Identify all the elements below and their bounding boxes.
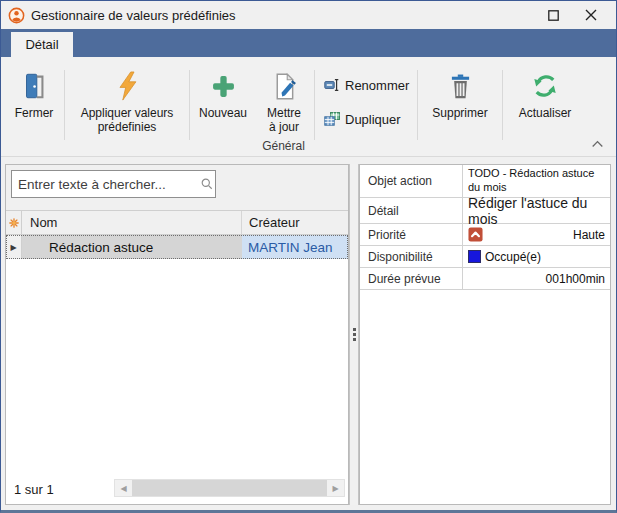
user-circle-icon: [8, 7, 25, 24]
door-icon: [19, 69, 49, 103]
search-input[interactable]: [12, 177, 195, 192]
ribbon: Fermer Appliquer valeurs prédefinies: [1, 57, 616, 157]
property-value-duree-prevue[interactable]: 001h00min: [463, 268, 610, 289]
panel-splitter[interactable]: [349, 164, 359, 505]
tab-detail[interactable]: Détail: [11, 32, 73, 57]
table-row[interactable]: ▶ Rédaction astuce MARTIN Jean: [6, 235, 348, 259]
supprimer-label: Supprimer: [432, 106, 487, 120]
ribbon-separator: [417, 70, 418, 140]
mettre-a-jour-label: Mettre à jour: [263, 106, 305, 135]
ribbon-tab-bar: Détail: [1, 29, 616, 57]
property-row-detail: Détail Rédiger l'astuce du mois: [360, 198, 610, 224]
trash-icon: [446, 69, 475, 103]
ribbon-group-general: Fermer Appliquer valeurs prédefinies: [1, 57, 616, 143]
ribbon-group-caption: Général: [1, 139, 566, 153]
property-panel: Objet action TODO - Rédaction astuce du …: [359, 164, 611, 505]
property-label: Priorité: [360, 224, 463, 245]
ribbon-separator: [189, 70, 190, 140]
dupliquer-button[interactable]: Dupliquer: [324, 109, 416, 129]
rename-duplicate-stack: Renommer Dupliquer: [316, 59, 416, 143]
property-label: Détail: [360, 198, 463, 223]
row-indicator: ▶: [6, 235, 22, 259]
plus-icon: [209, 69, 238, 103]
ribbon-separator: [502, 70, 503, 140]
ribbon-separator: [314, 70, 315, 140]
scroll-right-icon: ▶: [332, 484, 338, 493]
property-value-priorite[interactable]: Haute: [463, 224, 610, 245]
edit-document-icon: [270, 69, 299, 103]
property-label: Durée prévue: [360, 268, 463, 289]
property-label: Disponibilité: [360, 246, 463, 267]
grid-header-row: Nom Créateur: [6, 210, 348, 235]
refresh-icon: [530, 69, 560, 103]
record-count: 1 sur 1: [14, 482, 54, 497]
mettre-a-jour-button[interactable]: Mettre à jour: [255, 59, 313, 143]
actualiser-label: Actualiser: [519, 106, 572, 120]
column-header-nom-label: Nom: [30, 215, 57, 230]
property-value-disponibilite[interactable]: Occupé(e): [463, 246, 610, 267]
close-button[interactable]: [572, 1, 610, 29]
rename-icon: [324, 77, 340, 93]
property-value-detail[interactable]: Rédiger l'astuce du mois: [463, 198, 610, 223]
lightning-icon: [112, 69, 142, 103]
cell-createur[interactable]: MARTIN Jean: [242, 235, 348, 259]
find-panel: [6, 165, 348, 210]
supprimer-button[interactable]: Supprimer: [419, 59, 501, 143]
chevron-up-icon: [591, 140, 604, 148]
row-arrow-icon: ▶: [10, 243, 16, 252]
magnifier-icon[interactable]: [195, 177, 219, 191]
appliquer-valeurs-label: Appliquer valeurs prédefinies: [66, 106, 188, 135]
maximize-button[interactable]: [534, 1, 572, 29]
duplicate-icon: [324, 111, 340, 127]
column-header-createur-label: Créateur: [249, 215, 300, 230]
content-area: Nom Créateur ▶ Rédaction astuce MARTIN J…: [1, 157, 616, 510]
values-grid-panel: Nom Créateur ▶ Rédaction astuce MARTIN J…: [5, 164, 349, 505]
dupliquer-label: Dupliquer: [345, 112, 401, 127]
column-header-createur[interactable]: Créateur: [242, 211, 348, 234]
renommer-button[interactable]: Renommer: [324, 75, 416, 95]
nouveau-button[interactable]: Nouveau: [191, 59, 255, 143]
property-row-objet-action: Objet action TODO - Rédaction astuce du …: [360, 165, 610, 198]
maximize-icon: [548, 10, 559, 21]
window-controls: [534, 1, 610, 29]
priority-high-icon: [468, 227, 483, 242]
ribbon-collapse-button[interactable]: [586, 136, 608, 152]
cell-nom[interactable]: Rédaction astuce: [22, 235, 242, 259]
property-row-priorite: Priorité Haute: [360, 224, 610, 246]
renommer-label: Renommer: [345, 78, 409, 93]
actualiser-button[interactable]: Actualiser: [504, 59, 586, 143]
ribbon-separator: [64, 70, 65, 140]
property-row-duree-prevue: Durée prévue 001h00min: [360, 268, 610, 290]
horizontal-scrollbar[interactable]: ◀ ▶: [114, 479, 345, 497]
busy-icon: [468, 250, 481, 263]
window-title: Gestionnaire de valeurs prédéfinies: [31, 8, 236, 23]
fermer-button[interactable]: Fermer: [5, 59, 63, 143]
property-value-objet-action[interactable]: TODO - Rédaction astuce du mois: [463, 165, 610, 197]
disponibilite-text: Occupé(e): [485, 250, 541, 264]
property-label: Objet action: [360, 165, 463, 197]
priorite-text: Haute: [573, 228, 605, 242]
scroll-left-button[interactable]: ◀: [115, 480, 132, 496]
scroll-right-button[interactable]: ▶: [327, 480, 344, 496]
header-gutter: [6, 211, 22, 234]
titlebar: Gestionnaire de valeurs prédéfinies: [1, 1, 616, 29]
column-header-nom[interactable]: Nom: [22, 211, 242, 234]
appliquer-valeurs-button[interactable]: Appliquer valeurs prédefinies: [66, 59, 188, 143]
close-icon: [585, 9, 597, 21]
scrollbar-thumb[interactable]: [132, 480, 327, 496]
tab-detail-label: Détail: [25, 37, 58, 52]
property-row-disponibilite: Disponibilité Occupé(e): [360, 246, 610, 268]
app-window: Gestionnaire de valeurs prédéfinies Déta…: [0, 0, 617, 513]
fermer-label: Fermer: [15, 106, 54, 120]
nouveau-label: Nouveau: [199, 106, 247, 120]
search-box: [11, 170, 216, 198]
orange-asterisk-icon: [9, 218, 19, 228]
scroll-left-icon: ◀: [120, 484, 126, 493]
